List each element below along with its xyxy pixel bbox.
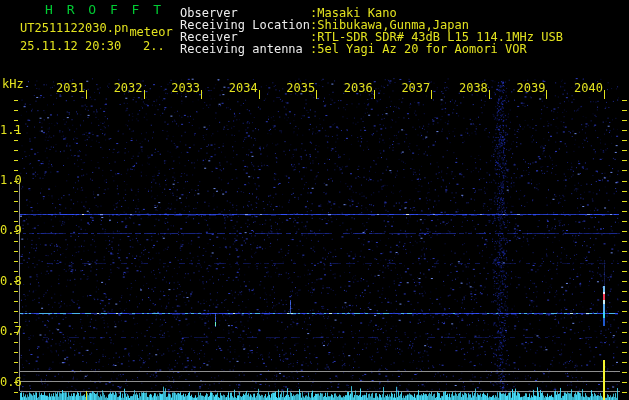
freq-tick-mark-left: [14, 281, 18, 282]
station-field-value: :5el Yagi Az 20 for Aomori VOR: [310, 43, 527, 55]
freq-tick-mark-left: [14, 311, 18, 312]
freq-tick-label: 1.0: [0, 174, 22, 186]
freq-tick-mark-right: [622, 201, 627, 202]
freq-unit-label: kHz: [2, 78, 24, 90]
time-tick-mark: [86, 90, 87, 99]
freq-tick-mark-left: [14, 170, 18, 171]
time-tick-mark: [546, 90, 547, 99]
freq-tick-mark-left: [14, 160, 18, 161]
freq-tick-mark-left: [14, 231, 18, 232]
freq-tick-mark-left: [14, 332, 18, 333]
freq-tick-label: 0.6: [0, 376, 22, 388]
freq-tick-label: 1.1: [0, 124, 22, 136]
freq-tick-mark-left: [14, 362, 18, 363]
freq-tick-mark-left: [14, 271, 18, 272]
time-tick-label: 2033: [167, 82, 200, 94]
freq-tick-mark-right: [622, 221, 627, 222]
freq-tick-mark-right: [622, 211, 627, 212]
freq-tick-mark-left: [14, 322, 18, 323]
freq-tick-mark-left: [14, 251, 18, 252]
freq-tick-mark-right: [622, 231, 627, 232]
spectrogram-canvas: [0, 0, 629, 400]
freq-tick-mark-right: [622, 130, 627, 131]
time-tick-label: 2031: [52, 82, 85, 94]
freq-tick-mark-right: [622, 261, 627, 262]
time-tick-mark: [144, 90, 145, 99]
freq-tick-mark-left: [14, 130, 18, 131]
freq-tick-label: 0.9: [0, 224, 22, 236]
time-tick-mark: [604, 90, 605, 99]
time-tick-mark: [431, 90, 432, 99]
freq-tick-mark-right: [622, 120, 627, 121]
station-field-label: Receiving antenna: [180, 43, 303, 55]
freq-tick-mark-right: [622, 251, 627, 252]
freq-tick-mark-right: [622, 271, 627, 272]
freq-tick-mark-left: [14, 181, 18, 182]
freq-tick-mark-left: [14, 352, 18, 353]
time-tick-label: 2036: [340, 82, 373, 94]
datetime-label: 25.11.12 20:30: [20, 40, 121, 52]
freq-tick-mark-right: [622, 241, 627, 242]
time-tick-label: 2034: [225, 82, 258, 94]
freq-tick-mark-left: [14, 100, 18, 101]
app-title: H R O F F T: [45, 4, 164, 16]
freq-tick-mark-right: [622, 382, 627, 383]
freq-tick-mark-left: [14, 342, 18, 343]
freq-tick-mark-left: [14, 110, 18, 111]
filename-row: UT2511122030.pnmeteor: [20, 22, 173, 34]
freq-tick-mark-left: [14, 120, 18, 121]
freq-tick-mark-right: [622, 291, 627, 292]
freq-tick-mark-left: [14, 301, 18, 302]
freq-tick-mark-right: [622, 342, 627, 343]
freq-tick-mark-right: [622, 281, 627, 282]
freq-tick-mark-right: [622, 322, 627, 323]
freq-tick-mark-right: [622, 150, 627, 151]
freq-tick-mark-right: [622, 372, 627, 373]
freq-tick-mark-left: [14, 382, 18, 383]
freq-tick-mark-right: [622, 140, 627, 141]
time-tick-mark: [374, 90, 375, 99]
freq-tick-mark-right: [622, 332, 627, 333]
hrofft-output-image: H R O F F T UT2511122030.pnmeteor 25.11.…: [0, 0, 629, 400]
freq-tick-mark-left: [14, 150, 18, 151]
freq-tick-mark-left: [14, 261, 18, 262]
freq-tick-mark-right: [622, 191, 627, 192]
output-filename: UT2511122030.pn: [20, 21, 128, 35]
time-tick-mark: [489, 90, 490, 99]
freq-tick-mark-right: [622, 100, 627, 101]
time-tick-label: 2039: [512, 82, 545, 94]
freq-tick-mark-right: [622, 352, 627, 353]
freq-tick-mark-left: [14, 392, 18, 393]
time-tick-mark: [201, 90, 202, 99]
time-tick-label: 2035: [282, 82, 315, 94]
time-tick-mark: [316, 90, 317, 99]
freq-tick-label: 0.7: [0, 325, 22, 337]
freq-tick-mark-right: [622, 170, 627, 171]
time-tick-label: 2038: [455, 82, 488, 94]
freq-tick-mark-right: [622, 181, 627, 182]
freq-tick-mark-right: [622, 362, 627, 363]
freq-tick-mark-right: [622, 110, 627, 111]
time-tick-label: 2032: [110, 82, 143, 94]
freq-tick-mark-left: [14, 211, 18, 212]
band-label: meteor: [129, 26, 172, 38]
freq-tick-mark-left: [14, 372, 18, 373]
freq-tick-mark-left: [14, 140, 18, 141]
freq-tick-mark-right: [622, 160, 627, 161]
freq-tick-mark-left: [14, 201, 18, 202]
freq-tick-label: 0.8: [0, 275, 22, 287]
freq-tick-mark-right: [622, 392, 627, 393]
freq-tick-mark-left: [14, 241, 18, 242]
freq-tick-mark-left: [14, 221, 18, 222]
freq-tick-mark-right: [622, 311, 627, 312]
freq-tick-mark-left: [14, 291, 18, 292]
freq-tick-mark-right: [622, 301, 627, 302]
echo-counter: 2..: [143, 40, 165, 52]
time-tick-mark: [259, 90, 260, 99]
time-tick-label: 2037: [397, 82, 430, 94]
time-tick-label: 2040: [570, 82, 603, 94]
freq-tick-mark-left: [14, 191, 18, 192]
